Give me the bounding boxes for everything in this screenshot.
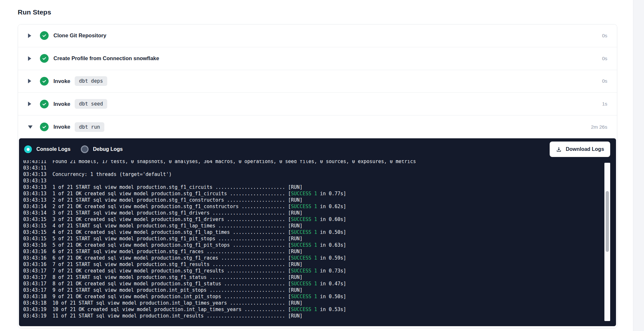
caret-right-icon[interactable] [28, 102, 34, 106]
log-line: 03:43:1910 of 21 OK created sql view mod… [23, 306, 616, 313]
command-chip: dbt deps [75, 76, 107, 86]
log-line: 03:43:189 of 21 OK created sql view mode… [23, 293, 616, 300]
log-line: 03:43:154 of 21 START sql view model pro… [23, 223, 616, 229]
log-line: 03:43:11Found 21 models, 17 tests, 0 sna… [23, 160, 616, 165]
log-line: 03:43:11 [23, 165, 616, 171]
log-panel: Console Logs Debug Logs Download Logs 03… [19, 138, 616, 326]
download-icon [556, 146, 562, 152]
log-line: 03:43:13 [23, 178, 616, 184]
step-row-invoke-dbt-run[interactable]: Invoke dbt run 2m 26s [18, 115, 617, 138]
log-line: 03:43:13Concurrency: 1 threads (target='… [23, 171, 616, 178]
log-line: 03:43:177 of 21 OK created sql view mode… [23, 268, 616, 274]
step-row-create-profile[interactable]: Create Profile from Connection snowflake… [18, 47, 617, 70]
log-line: 03:43:165 of 21 OK created sql view mode… [23, 242, 616, 248]
step-duration: 2m 26s [591, 124, 607, 130]
caret-right-icon[interactable] [28, 33, 34, 38]
step-duration: 0s [602, 78, 607, 84]
success-check-icon [40, 100, 49, 108]
step-label: Invoke [53, 78, 70, 84]
step-label: Clone Git Repository [53, 32, 106, 39]
log-viewport[interactable]: 03:43:11Found 21 models, 17 tests, 0 sna… [19, 160, 616, 326]
success-check-icon [40, 31, 49, 40]
log-line: 03:43:143 of 21 START sql view model pro… [23, 210, 616, 216]
log-line: 03:43:132 of 21 START sql view model pro… [23, 197, 616, 203]
step-label: Invoke [53, 101, 70, 107]
log-line: 03:43:131 of 21 START sql view model pro… [23, 184, 616, 190]
run-steps-card: Clone Git Repository 0s Create Profile f… [18, 24, 617, 328]
step-label: Create Profile from Connection snowflake [53, 55, 159, 61]
tab-debug-logs[interactable]: Debug Logs [81, 145, 123, 153]
step-row-clone-git-repository[interactable]: Clone Git Repository 0s [18, 24, 617, 47]
radio-selected-icon[interactable] [24, 145, 32, 153]
radio-unselected-icon[interactable] [81, 145, 89, 153]
step-row-invoke-dbt-seed[interactable]: Invoke dbt seed 1s [18, 93, 617, 115]
log-line: 03:43:178 of 21 START sql view model pro… [23, 274, 616, 280]
right-gutter [633, 0, 644, 331]
tab-label: Debug Logs [93, 146, 123, 152]
page-title: Run Steps [18, 8, 51, 16]
log-line: 03:43:166 of 21 START sql view model pro… [23, 248, 616, 255]
caret-down-icon[interactable] [28, 125, 34, 129]
success-check-icon [40, 77, 49, 86]
step-row-invoke-dbt-deps[interactable]: Invoke dbt deps 0s [18, 70, 617, 93]
log-line: 03:43:166 of 21 OK created sql view mode… [23, 255, 616, 261]
log-line: 03:43:142 of 21 OK created sql view mode… [23, 203, 616, 210]
log-line: 03:43:155 of 21 START sql view model pro… [23, 235, 616, 242]
success-check-icon [40, 54, 49, 63]
step-duration: 0s [602, 33, 607, 39]
log-panel-header: Console Logs Debug Logs Download Logs [19, 138, 616, 160]
caret-right-icon[interactable] [28, 56, 34, 61]
command-chip: dbt seed [75, 99, 107, 109]
log-scrollbar-track[interactable] [604, 163, 610, 321]
step-duration: 1s [602, 101, 607, 107]
download-logs-label: Download Logs [566, 146, 604, 152]
log-line: 03:43:179 of 21 START sql view model pro… [23, 287, 616, 293]
command-chip: dbt run [75, 122, 104, 132]
log-line: 03:43:131 of 21 OK created sql view mode… [23, 190, 616, 197]
step-duration: 0s [602, 56, 607, 61]
log-content: 03:43:11Found 21 models, 17 tests, 0 sna… [23, 160, 616, 319]
log-line: 03:43:153 of 21 OK created sql view mode… [23, 216, 616, 223]
success-check-icon [40, 123, 49, 131]
log-line: 03:43:167 of 21 START sql view model pro… [23, 261, 616, 268]
tab-console-logs[interactable]: Console Logs [24, 145, 71, 153]
download-logs-button[interactable]: Download Logs [550, 142, 610, 157]
log-scrollbar-thumb[interactable] [606, 191, 609, 252]
log-line: 03:43:1810 of 21 START sql view model pr… [23, 300, 616, 306]
tab-label: Console Logs [36, 146, 71, 152]
log-line: 03:43:154 of 21 OK created sql view mode… [23, 229, 616, 235]
caret-right-icon[interactable] [28, 79, 34, 83]
log-line: 03:43:1911 of 21 START sql view model pr… [23, 313, 616, 319]
step-label: Invoke [53, 124, 70, 130]
log-line: 03:43:178 of 21 OK created sql view mode… [23, 280, 616, 287]
